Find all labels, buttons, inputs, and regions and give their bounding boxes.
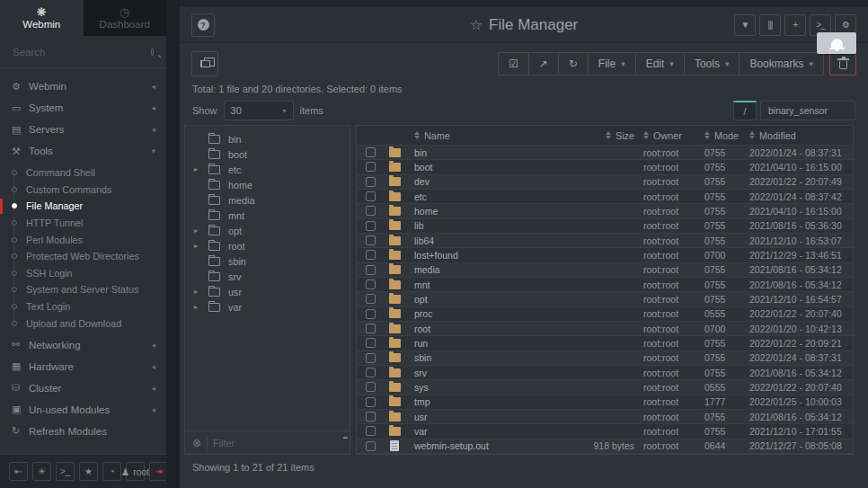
table-row[interactable]: var root:root 0755 2021/12/10 - 17:01:55 [357, 424, 853, 439]
table-row[interactable]: home root:root 0755 2021/04/10 - 16:15:0… [357, 204, 853, 218]
tree-item[interactable]: ▸ usr [185, 284, 350, 299]
table-row[interactable]: boot root:root 0755 2021/04/10 - 16:15:0… [357, 160, 853, 174]
row-checkbox[interactable] [366, 353, 376, 363]
cell-name[interactable]: proc [414, 308, 567, 319]
row-checkbox[interactable] [366, 235, 376, 245]
sidebar-item[interactable]: Protected Web Directories [0, 248, 166, 265]
select-all-button[interactable]: ☑ [499, 53, 528, 75]
path-input[interactable] [760, 101, 855, 120]
row-checkbox[interactable] [366, 162, 376, 172]
delete-button[interactable] [829, 52, 856, 75]
table-row[interactable]: mnt root:root 0755 2021/08/16 - 05:34:12 [357, 278, 853, 292]
row-checkbox[interactable] [366, 309, 376, 319]
copy-path-button[interactable] [191, 51, 218, 76]
favorites-button[interactable]: ★ [79, 462, 98, 481]
row-checkbox[interactable] [366, 412, 376, 421]
cell-name[interactable]: root [414, 324, 567, 334]
expand-arrow-icon[interactable]: ▸ [194, 165, 208, 173]
page-size-select[interactable]: 30 ▾ [224, 101, 294, 120]
tree-item[interactable]: ▸ opt [185, 223, 350, 238]
tree-item[interactable]: ▸ boot [185, 146, 350, 162]
table-row[interactable]: proc root:root 0555 2022/01/22 - 20:07:4… [357, 307, 853, 322]
cell-name[interactable]: dev [414, 176, 567, 187]
logout-button[interactable]: ⇥ [149, 462, 168, 481]
cell-name[interactable]: lib [414, 220, 567, 231]
root-path-button[interactable]: / [733, 101, 757, 120]
table-row[interactable]: lib root:root 0755 2021/08/16 - 05:36:30 [357, 219, 853, 234]
tree-item[interactable]: ▸ root [185, 238, 350, 253]
add-button[interactable]: + [784, 14, 806, 36]
table-row[interactable]: root root:root 0700 2022/01/20 - 10:42:1… [357, 322, 853, 336]
row-checkbox[interactable] [366, 294, 376, 304]
sidebar-item[interactable]: System and Server Status [0, 281, 166, 298]
tree-item[interactable]: ▸ mnt [185, 208, 350, 223]
table-row[interactable]: bin root:root 0755 2022/01/24 - 08:37:31 [357, 146, 853, 160]
table-row[interactable]: webmin-setup.out 918 bytes root:root 064… [357, 439, 853, 454]
notification-bell-button[interactable] [817, 32, 856, 54]
sidebar-item[interactable]: Custom Commands [0, 182, 166, 199]
cell-name[interactable]: run [414, 338, 567, 349]
row-checkbox[interactable] [366, 279, 376, 289]
row-checkbox[interactable] [366, 206, 376, 216]
cell-name[interactable]: webmin-setup.out [414, 440, 567, 451]
menu-bookmarks[interactable]: Bookmarks▾ [739, 53, 823, 75]
column-header-size[interactable]: Size [567, 130, 643, 141]
column-header-mode[interactable]: Mode [704, 130, 749, 141]
table-row[interactable]: media root:root 0755 2021/08/16 - 05:34:… [357, 263, 853, 278]
tree-item[interactable]: ▸ srv [185, 269, 350, 284]
tree-item[interactable]: ▸ home [185, 177, 350, 192]
column-header-modified[interactable]: Modified [749, 130, 853, 141]
cell-name[interactable]: home [414, 206, 567, 217]
cell-name[interactable]: boot [414, 162, 567, 173]
tree-item[interactable]: ▸ media [185, 192, 350, 208]
row-checkbox[interactable] [366, 250, 376, 260]
cell-name[interactable]: lost+found [414, 250, 567, 261]
tree-filter-input[interactable] [207, 436, 338, 450]
tree-item[interactable]: ▸ etc [185, 162, 350, 177]
expand-arrow-icon[interactable]: ▸ [194, 288, 208, 296]
expand-arrow-icon[interactable]: ▸ [194, 303, 208, 311]
cell-name[interactable]: usr [414, 412, 567, 422]
sidebar-item[interactable]: Text Login [0, 298, 166, 315]
sidebar-section[interactable]: ▦ Hardware ◂ [0, 356, 166, 377]
refresh-button[interactable]: ↻ [558, 53, 588, 75]
table-row[interactable]: srv root:root 0755 2021/08/16 - 05:34:12 [357, 366, 853, 380]
expand-arrow-icon[interactable]: ▸ [194, 226, 208, 235]
menu-tools[interactable]: Tools▾ [684, 53, 740, 75]
sidebar-item[interactable]: File Manager [0, 198, 166, 215]
expand-arrow-icon[interactable]: ▸ [194, 242, 208, 250]
cell-name[interactable]: lib64 [414, 235, 567, 246]
row-checkbox[interactable] [366, 147, 376, 157]
row-checkbox[interactable] [366, 265, 376, 275]
sidebar-section[interactable]: ⚯ Networking ◂ [0, 334, 166, 356]
help-button[interactable]: ? [191, 13, 215, 37]
row-checkbox[interactable] [366, 368, 376, 377]
cell-name[interactable]: bin [414, 147, 567, 158]
search-input[interactable] [13, 47, 151, 58]
sidebar-section[interactable]: ↻ Refresh Modules [0, 421, 166, 442]
sidebar-section[interactable]: ▤ Servers ◂ [0, 119, 166, 140]
columns-button[interactable]: ||| [759, 14, 781, 36]
table-row[interactable]: sbin root:root 0755 2022/01/24 - 08:37:3… [357, 351, 853, 366]
row-checkbox[interactable] [366, 221, 376, 231]
sidebar-section[interactable]: ▣ Un-used Modules ◂ [0, 399, 166, 421]
sidebar-item[interactable]: Upload and Download [0, 315, 166, 332]
tree-item[interactable]: ▸ var [185, 299, 350, 315]
cell-name[interactable]: srv [414, 368, 567, 378]
filter-button[interactable]: ▼ [734, 14, 756, 36]
cell-name[interactable]: tmp [414, 396, 567, 407]
sidebar-item[interactable]: SSH Login [0, 265, 166, 282]
table-row[interactable]: sys root:root 0555 2022/01/22 - 20:07:40 [357, 380, 853, 395]
sidebar-section[interactable]: ⚙ Webmin ◂ [0, 75, 166, 97]
tree-item[interactable]: ▸ bin [185, 131, 350, 146]
table-row[interactable]: lib64 root:root 0755 2021/12/10 - 16:53:… [357, 234, 853, 248]
tab-webmin[interactable]: ❋ Webmin [0, 0, 84, 36]
table-row[interactable]: lost+found root:root 0700 2021/12/29 - 1… [357, 248, 853, 262]
user-button[interactable]: ♟ root [126, 462, 145, 481]
terminal-button[interactable]: >_ [56, 462, 75, 481]
table-row[interactable]: opt root:root 0755 2021/12/10 - 16:54:57 [357, 292, 853, 306]
sidebar-section[interactable]: ▭ System ◂ [0, 97, 166, 119]
table-row[interactable]: etc root:root 0755 2022/01/24 - 08:37:42 [357, 190, 853, 204]
theme-button[interactable]: ☀ [32, 462, 51, 481]
cell-name[interactable]: opt [414, 294, 567, 305]
